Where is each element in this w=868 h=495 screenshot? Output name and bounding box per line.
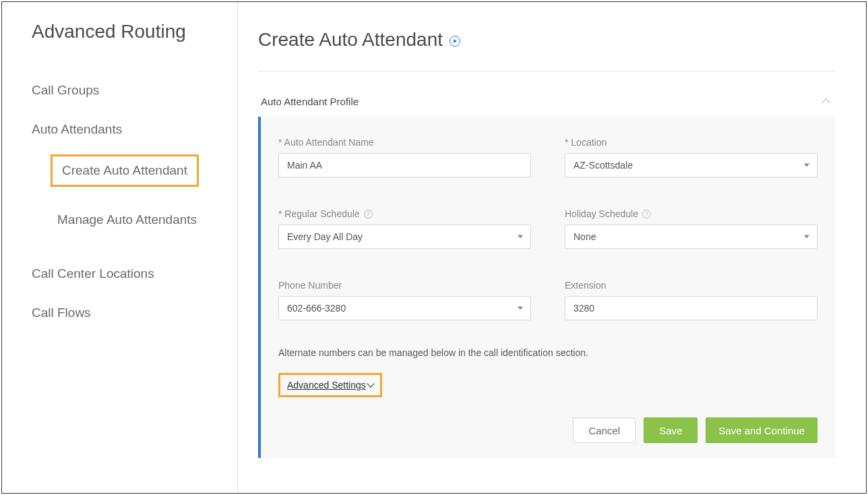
select-holiday-schedule[interactable]: None (565, 225, 817, 249)
main-content: Create Auto Attendant Auto Attendant Pro… (238, 2, 866, 493)
page-title-text: Create Auto Attendant (258, 29, 443, 51)
app-frame: Advanced Routing Call Groups Auto Attend… (1, 1, 867, 494)
help-icon[interactable]: ? (642, 210, 651, 219)
field-name: * Auto Attendant Name (278, 137, 531, 177)
label-extension: Extension (565, 280, 817, 291)
sidebar: Advanced Routing Call Groups Auto Attend… (2, 2, 238, 493)
subnav-manage-auto-attendants[interactable]: Manage Auto Attendants (51, 207, 204, 233)
label-regular-schedule: * Regular Schedule ? (278, 208, 531, 219)
input-name[interactable] (278, 153, 531, 177)
section-header[interactable]: Auto Attendant Profile (258, 96, 835, 107)
select-phone[interactable]: 602-666-3280 (278, 296, 531, 320)
label-location: * Location (565, 137, 817, 148)
nav-call-groups[interactable]: Call Groups (32, 83, 237, 98)
page-title: Create Auto Attendant (258, 29, 835, 51)
chevron-down-icon (367, 380, 374, 387)
nav-call-flows[interactable]: Call Flows (32, 305, 237, 320)
cancel-button[interactable]: Cancel (573, 417, 636, 443)
field-phone: Phone Number 602-666-3280 (278, 280, 531, 320)
advanced-settings-highlight: Advanced Settings (278, 373, 382, 397)
nav-call-center-locations[interactable]: Call Center Locations (32, 266, 237, 281)
label-phone: Phone Number (278, 280, 531, 291)
help-icon[interactable]: ? (364, 210, 373, 219)
field-location: * Location AZ-Scottsdale (565, 137, 817, 177)
form-panel: * Auto Attendant Name * Location AZ-Scot… (258, 117, 835, 458)
select-location[interactable]: AZ-Scottsdale (565, 153, 817, 177)
field-holiday-schedule: Holiday Schedule ? None (565, 208, 817, 249)
play-icon[interactable] (450, 36, 460, 47)
save-continue-button[interactable]: Save and Continue (706, 417, 817, 443)
divider (258, 71, 835, 71)
chevron-up-icon[interactable] (823, 97, 832, 107)
button-row: Cancel Save Save and Continue (278, 417, 817, 443)
section-title: Auto Attendant Profile (261, 96, 359, 107)
sub-nav: Create Auto Attendant Manage Auto Attend… (51, 154, 237, 253)
select-regular-schedule[interactable]: Every Day All Day (278, 225, 531, 249)
label-holiday-schedule: Holiday Schedule ? (565, 208, 817, 219)
subnav-create-auto-attendant[interactable]: Create Auto Attendant (51, 154, 199, 187)
field-extension: Extension (565, 280, 817, 320)
advanced-settings-link[interactable]: Advanced Settings (287, 380, 373, 390)
nav-auto-attendants[interactable]: Auto Attendants (32, 122, 237, 137)
save-button[interactable]: Save (644, 417, 698, 443)
input-extension[interactable] (565, 296, 817, 320)
label-name: * Auto Attendant Name (278, 137, 531, 148)
field-regular-schedule: * Regular Schedule ? Every Day All Day (278, 208, 531, 249)
form-grid: * Auto Attendant Name * Location AZ-Scot… (278, 137, 817, 320)
alternate-note: Alternate numbers can be managed below i… (278, 347, 817, 358)
sidebar-title: Advanced Routing (32, 21, 237, 42)
